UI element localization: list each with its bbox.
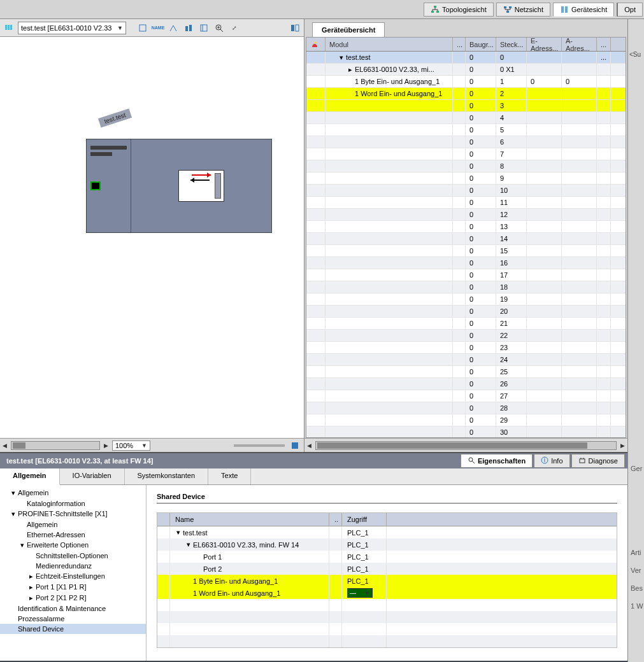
table-row[interactable]: 017 (306, 269, 626, 281)
zoom-input[interactable]: 100% ▼ (112, 440, 150, 451)
table-row[interactable]: 026 (306, 378, 626, 390)
table-row[interactable]: ▾test.test00... (306, 52, 626, 64)
device-selector[interactable]: test.test [EL6631-0010 V2.33 ▼ (18, 22, 126, 34)
hscrollbar[interactable] (11, 441, 100, 450)
col-dots[interactable]: .. (329, 513, 342, 526)
nav-item[interactable]: Allgemein (0, 519, 146, 530)
table-row[interactable]: 023 (306, 342, 626, 354)
nav-item[interactable]: Identification & Maintenance (0, 603, 146, 614)
scroll-right-icon[interactable]: ▶ (620, 442, 625, 449)
nav-item[interactable]: Medienredundanz (0, 561, 146, 571)
table-row[interactable]: 029 (306, 414, 626, 426)
expand-icon[interactable]: ⤢ (228, 22, 241, 34)
table-row[interactable]: 08 (306, 160, 626, 173)
table-row[interactable]: 028 (306, 402, 626, 414)
col-icon[interactable] (306, 38, 326, 51)
table-row[interactable]: 027 (306, 390, 626, 402)
device-rack[interactable]: test.test (86, 139, 272, 233)
subtab-general[interactable]: Allgemein (0, 468, 60, 485)
nav-item[interactable]: Ethernet-Adressen (0, 530, 146, 540)
subtab-texts[interactable]: Texte (208, 468, 251, 484)
table-row[interactable]: 022 (306, 330, 626, 342)
table-row[interactable]: 1 Word Ein- und Ausgang_102 (306, 88, 626, 100)
table-row[interactable]: 1 Word Ein- und Ausgang_1— ▼ (157, 587, 617, 599)
nav-item[interactable]: Shared Device (0, 624, 146, 634)
tab-device[interactable]: Gerätesicht (553, 3, 614, 17)
table-row[interactable]: 014 (306, 233, 626, 245)
table-row[interactable]: 013 (306, 221, 626, 233)
table-row[interactable]: 07 (306, 148, 626, 160)
grid-body[interactable]: ▾test.test00...▸EL6631-0010 V2.33, mi...… (306, 52, 626, 437)
tool-btn-3[interactable] (167, 22, 180, 34)
table-row[interactable]: 011 (306, 197, 626, 209)
nav-item[interactable]: Prozessalarme (0, 614, 146, 624)
zoom-in-icon[interactable] (213, 22, 225, 34)
col-name[interactable]: Name (170, 513, 329, 526)
layout-toggle-icon[interactable] (289, 22, 301, 34)
table-row[interactable]: Port 1PLC_1 (157, 551, 617, 563)
table-row[interactable]: 019 (306, 293, 626, 306)
device-nav-icon[interactable] (3, 22, 15, 34)
table-row[interactable]: 012 (306, 209, 626, 221)
table-row[interactable]: 025 (306, 366, 626, 378)
ethernet-port-icon[interactable] (90, 181, 101, 190)
subtab-iovars[interactable]: IO-Variablen (60, 468, 125, 484)
tab-options[interactable]: Opt (617, 3, 643, 17)
nav-item[interactable]: Schnittstellen-Optionen (0, 551, 146, 561)
tool-btn-4[interactable] (182, 22, 195, 34)
col-rack[interactable]: Baugr... (466, 38, 496, 51)
tab-diagnose[interactable]: Diagnose (571, 454, 625, 468)
col-access[interactable]: Zugriff (342, 513, 387, 526)
tab-network[interactable]: Netzsicht (496, 3, 550, 17)
scroll-right-icon[interactable]: ▶ (104, 442, 108, 449)
table-row[interactable]: ▾EL6631-0010 V2.33, mind. FW 14PLC_1 (157, 539, 617, 551)
col-iaddr[interactable]: E-Adress... (527, 38, 562, 51)
col-end[interactable]: ... (597, 38, 611, 51)
subtab-sysconst[interactable]: Systemkonstanten (125, 468, 209, 484)
col-qaddr[interactable]: A-Adres... (562, 38, 597, 51)
col-slot[interactable]: Steck... (496, 38, 527, 51)
table-row[interactable]: 09 (306, 173, 626, 185)
table-row[interactable]: 1 Byte Ein- und Ausgang_10100 (306, 76, 626, 88)
tool-btn-name[interactable]: NAME (152, 22, 164, 34)
table-row[interactable]: 010 (306, 185, 626, 197)
tool-btn-1[interactable] (136, 22, 149, 34)
table-row[interactable]: Port 2PLC_1 (157, 563, 617, 575)
table-row[interactable]: 04 (306, 112, 626, 124)
table-row[interactable]: 020 (306, 306, 626, 318)
table-row[interactable]: 1 Byte Ein- und Ausgang_1PLC_1 (157, 575, 617, 587)
tool-btn-5[interactable] (197, 22, 210, 34)
table-row[interactable]: 021 (306, 318, 626, 330)
tab-overview[interactable]: Geräteübersicht (312, 22, 385, 37)
nav-item[interactable]: ▸Port 2 [X1 P2 R] (0, 593, 146, 603)
nav-item[interactable]: ▾Allgemein (0, 488, 146, 498)
nav-item[interactable]: ▸Echtzeit-Einstellungen (0, 571, 146, 582)
table-row[interactable]: ▸EL6631-0010 V2.33, mi...00 X1 (306, 64, 626, 76)
table-row[interactable]: 030 (306, 426, 626, 437)
tab-info[interactable]: i Info (534, 454, 569, 468)
col-dots[interactable]: ... (453, 38, 466, 51)
table-row[interactable]: 03 (306, 100, 626, 112)
tab-properties[interactable]: Eigenschaften (461, 454, 533, 468)
access-dropdown[interactable]: — ▼ (347, 588, 373, 598)
col-module[interactable]: Modul (326, 38, 453, 51)
nav-item[interactable]: ▸Port 1 [X1 P1 R] (0, 582, 146, 593)
fit-icon[interactable] (289, 439, 301, 452)
scroll-left-icon[interactable]: ◀ (3, 442, 7, 449)
shared-grid-body[interactable]: ▾test.testPLC_1▾EL6631-0010 V2.33, mind.… (157, 526, 617, 647)
table-row[interactable]: 015 (306, 245, 626, 257)
io-module[interactable] (178, 170, 224, 202)
nav-item[interactable]: ▾PROFINET-Schnittstelle [X1] (0, 509, 146, 519)
table-row[interactable]: 018 (306, 281, 626, 293)
nav-item[interactable]: Kataloginformation (0, 498, 146, 509)
table-row[interactable]: ▾test.testPLC_1 (157, 526, 617, 539)
nav-item[interactable]: ▾Erweiterte Optionen (0, 540, 146, 551)
hscrollbar[interactable] (315, 441, 617, 450)
scroll-left-icon[interactable]: ◀ (307, 442, 311, 449)
table-row[interactable]: 05 (306, 124, 626, 136)
tab-topology[interactable]: Topologiesicht (424, 3, 494, 17)
table-row[interactable]: 024 (306, 354, 626, 366)
table-row[interactable]: 016 (306, 257, 626, 269)
properties-nav-tree[interactable]: ▾AllgemeinKataloginformation▾PROFINET-Sc… (0, 485, 147, 661)
table-row[interactable]: 06 (306, 136, 626, 148)
